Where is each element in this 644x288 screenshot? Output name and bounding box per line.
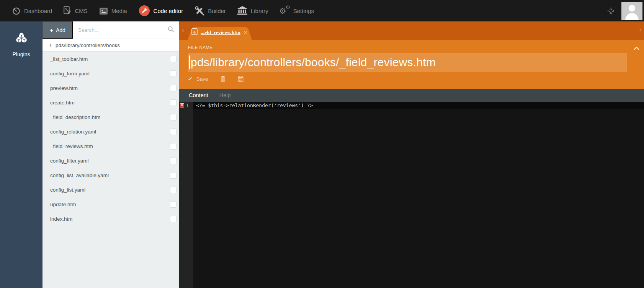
nav-item-builder[interactable]: Builder bbox=[189, 0, 232, 21]
tab-scroll-left-icon[interactable]: ‹ bbox=[182, 27, 184, 34]
editor-toolbar: ✔ Save bbox=[188, 76, 644, 82]
file-panel-toolbar: + Add bbox=[42, 21, 179, 39]
file-name: config_list.yaml bbox=[50, 187, 85, 193]
tab-title: ...eld_reviews.htm bbox=[201, 29, 240, 36]
file-row[interactable]: config_form.yaml bbox=[42, 66, 179, 81]
php-file-icon: φ bbox=[191, 28, 198, 37]
collapse-panel-icon[interactable] bbox=[634, 46, 639, 50]
file-checkbox[interactable] bbox=[170, 187, 177, 193]
tab-scroll-right-icon[interactable]: › bbox=[639, 26, 641, 33]
nav-label: Dashboard bbox=[24, 8, 52, 14]
file-row[interactable]: create.htm bbox=[42, 95, 179, 110]
file-checkbox[interactable] bbox=[170, 158, 177, 164]
file-checkbox[interactable] bbox=[170, 85, 177, 91]
cubes-icon bbox=[14, 32, 29, 47]
file-name-panel: FILE NAME pds/library/controllers/books/… bbox=[179, 40, 644, 89]
file-row[interactable]: _list_toolbar.htm bbox=[42, 52, 179, 66]
sidebar-item-label: Plugins bbox=[13, 51, 30, 57]
file-row[interactable]: config_list_avaliable.yaml bbox=[42, 168, 179, 182]
editor-tab-bar: ‹ φ ...eld_reviews.htm ✕ › bbox=[179, 21, 644, 40]
file-browser-panel: + Add ‹ pds/library/controllers/books _l… bbox=[42, 21, 179, 288]
tab-help[interactable]: Help bbox=[219, 92, 231, 98]
line-number: 1 bbox=[186, 103, 189, 108]
save-button[interactable]: ✔ Save bbox=[188, 76, 208, 82]
gauge-icon bbox=[12, 7, 21, 15]
file-row[interactable]: update.htm bbox=[42, 197, 179, 212]
file-name-label: FILE NAME bbox=[188, 45, 644, 50]
nav-item-cms[interactable]: CMS bbox=[58, 0, 93, 21]
file-checkbox[interactable] bbox=[170, 129, 177, 135]
page-pencil-icon bbox=[64, 6, 71, 15]
nav-item-media[interactable]: Media bbox=[93, 0, 133, 21]
breadcrumb: ‹ pds/library/controllers/books bbox=[42, 39, 179, 52]
error-marker-icon: ✕ bbox=[180, 103, 184, 107]
file-checkbox[interactable] bbox=[170, 114, 177, 120]
file-name: config_list_avaliable.yaml bbox=[50, 172, 109, 178]
tab-close-icon[interactable]: ✕ bbox=[244, 30, 247, 35]
file-name: _field_description.htm bbox=[50, 114, 100, 120]
editor-main: ‹ φ ...eld_reviews.htm ✕ › FILE NAME p bbox=[179, 21, 644, 288]
file-list: _list_toolbar.htm config_form.yaml previ… bbox=[42, 52, 179, 288]
open-file-tab[interactable]: φ ...eld_reviews.htm ✕ bbox=[188, 25, 252, 40]
photo-icon bbox=[99, 7, 108, 15]
file-checkbox[interactable] bbox=[170, 216, 177, 222]
nav-item-code-editor[interactable]: Code editor bbox=[133, 0, 189, 21]
editor-gutter bbox=[179, 102, 193, 288]
file-row[interactable]: config_relation.yaml bbox=[42, 124, 179, 139]
file-name: preview.htm bbox=[50, 85, 78, 91]
nav-item-dashboard[interactable]: Dashboard bbox=[6, 0, 58, 21]
tab-content[interactable]: Content bbox=[189, 92, 208, 98]
file-name: _list_toolbar.htm bbox=[50, 56, 88, 62]
add-file-button[interactable]: + Add bbox=[42, 21, 73, 39]
gutter-cell: ✕ 1 bbox=[179, 102, 193, 109]
file-checkbox[interactable] bbox=[170, 99, 177, 106]
search-area bbox=[73, 21, 179, 39]
move-crosshair-icon[interactable] bbox=[607, 7, 615, 15]
content-help-tabs: Content Help bbox=[179, 89, 644, 102]
nav-item-library[interactable]: Library bbox=[232, 0, 274, 21]
file-checkbox[interactable] bbox=[170, 56, 177, 62]
file-checkbox[interactable] bbox=[170, 70, 177, 77]
bank-icon bbox=[237, 6, 247, 15]
file-name: create.htm bbox=[50, 100, 75, 106]
nav-item-settings[interactable]: ⚙ ⚙ Settings bbox=[274, 0, 320, 21]
file-name: config_filter.yaml bbox=[50, 158, 89, 164]
code-editor-area[interactable]: ✕ 1 <?= $this->relationRender('reviews')… bbox=[179, 102, 644, 288]
delete-trash-icon[interactable] bbox=[221, 76, 226, 82]
file-checkbox[interactable] bbox=[170, 201, 177, 208]
topbar-right bbox=[607, 0, 644, 21]
search-icon[interactable] bbox=[168, 26, 174, 34]
plus-icon: + bbox=[50, 27, 53, 33]
code-text[interactable]: <?= $this->relationRender('reviews') ?> bbox=[193, 102, 644, 109]
file-checkbox[interactable] bbox=[170, 143, 177, 150]
save-button-label: Save bbox=[196, 76, 208, 82]
file-row[interactable]: index.htm bbox=[42, 212, 179, 226]
add-button-label: Add bbox=[56, 27, 65, 33]
file-checkbox[interactable] bbox=[170, 172, 177, 179]
calendar-icon[interactable] bbox=[238, 76, 244, 82]
check-icon: ✔ bbox=[188, 76, 193, 82]
file-name-value: pds/library/controllers/books/_field_rev… bbox=[191, 56, 436, 69]
gear-icon: ⚙ ⚙ bbox=[280, 6, 290, 16]
user-avatar[interactable] bbox=[621, 2, 642, 20]
wrench-icon bbox=[139, 5, 150, 16]
file-name: index.htm bbox=[50, 216, 73, 222]
file-name: config_relation.yaml bbox=[50, 129, 96, 135]
file-row[interactable]: config_filter.yaml bbox=[42, 153, 179, 168]
code-editor-app: Dashboard CMS Media Code editor bbox=[0, 0, 644, 288]
nav-label: Media bbox=[111, 8, 127, 14]
nav-label: Settings bbox=[293, 8, 314, 14]
file-name: config_form.yaml bbox=[50, 71, 90, 76]
file-row[interactable]: _field_description.htm bbox=[42, 110, 179, 124]
text-caret bbox=[189, 55, 190, 69]
sidebar-item-plugins[interactable]: Plugins bbox=[0, 21, 42, 63]
file-row[interactable]: config_list.yaml bbox=[42, 182, 179, 197]
breadcrumb-back-icon[interactable]: ‹ bbox=[49, 41, 52, 48]
nav-label: Code editor bbox=[154, 8, 183, 14]
search-input[interactable] bbox=[78, 27, 168, 33]
file-row[interactable]: preview.htm bbox=[42, 81, 179, 95]
file-row[interactable]: _field_reviews.htm bbox=[42, 139, 179, 153]
svg-text:φ: φ bbox=[193, 30, 196, 34]
file-name-input[interactable]: pds/library/controllers/books/_field_rev… bbox=[188, 53, 627, 72]
breadcrumb-path: pds/library/controllers/books bbox=[56, 42, 120, 48]
